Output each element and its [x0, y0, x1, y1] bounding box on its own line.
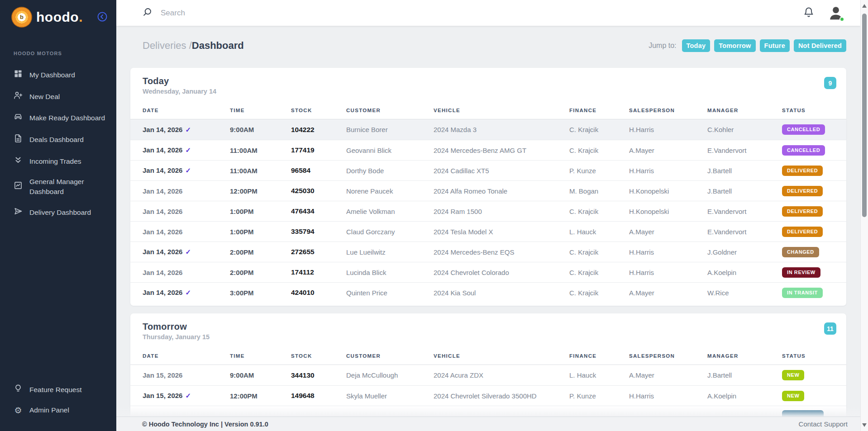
table-row[interactable]: Jan 14, 2026 1:00PM 476434 Amelie Volkma…: [130, 201, 846, 221]
status-badge: CHANGED: [782, 247, 819, 257]
cell-status: DELIVERED: [782, 206, 834, 217]
table-row[interactable]: Jan 14, 2026✓ 11:00AM 177419 Geovanni Bl…: [130, 140, 846, 160]
table-row[interactable]: Jan 14, 2026 12:00PM 425030 Norene Pauce…: [130, 180, 846, 201]
sidebar-nav: My Dashboard New Deal Make Ready Dashboa…: [0, 64, 116, 223]
cell-stock: 335794: [291, 227, 346, 236]
jump-not-delivered-button[interactable]: Not Delivered: [794, 39, 846, 52]
copyright-text: © Hoodo Technology Inc | Version 0.91.0: [142, 421, 268, 428]
column-header: TIME: [230, 108, 291, 113]
jump-to-bar: Jump to: Today Tomorrow Future Not Deliv…: [649, 39, 846, 52]
sidebar-item-my-dashboard[interactable]: My Dashboard: [0, 64, 116, 86]
sidebar-item-make-ready-dashboard[interactable]: Make Ready Dashboard: [0, 107, 116, 129]
column-header: VEHICLE: [434, 108, 569, 113]
column-header: FINANCE: [569, 353, 629, 359]
column-header: STOCK: [291, 353, 346, 359]
cell-date: Jan 14, 2026✓: [143, 289, 230, 297]
sidebar-item-incoming-trades[interactable]: Incoming Trades: [0, 151, 116, 172]
cell-date: Jan 15, 2026: [143, 371, 230, 379]
logo-text: hoodo: [36, 9, 79, 25]
user-plus-icon: [14, 91, 23, 103]
scroll-up-arrow-icon[interactable]: [862, 4, 867, 8]
status-badge: IN REVIEW: [782, 267, 820, 278]
sidebar-item-general-manager-dashboard[interactable]: General Manager Dashboard: [0, 172, 116, 201]
scrollbar[interactable]: [860, 0, 868, 431]
cell-date: Jan 14, 2026: [143, 187, 230, 195]
table-row[interactable]: Jan 14, 2026✓ 2:00PM 272655 Lue Lueilwit…: [130, 242, 846, 262]
cell-date: Jan 14, 2026✓: [143, 248, 230, 256]
chevron-left-circle-icon: [97, 12, 107, 23]
sidebar-item-label: My Dashboard: [29, 70, 75, 80]
sidebar-item-deals-dashboard[interactable]: Deals Dashboard: [0, 129, 116, 151]
cell-status: DELIVERED: [782, 227, 834, 237]
jump-future-button[interactable]: Future: [760, 39, 790, 52]
page-title: Dashboard: [192, 40, 244, 51]
org-label: HOODO MOTORS: [0, 51, 116, 56]
cell-stock: 424010: [291, 289, 346, 297]
jump-today-button[interactable]: Today: [682, 39, 711, 52]
user-menu-button[interactable]: [827, 5, 845, 21]
column-header: FINANCE: [569, 108, 629, 113]
main-area: Deliveries /Dashboard Jump to: Today Tom…: [116, 0, 860, 431]
sidebar-item-delivery-dashboard[interactable]: Delivery Dashboard: [0, 202, 116, 223]
column-header: STATUS: [782, 108, 834, 113]
scroll-down-arrow-icon[interactable]: [862, 423, 867, 427]
status-badge: NEW: [782, 391, 804, 401]
table-row[interactable]: Jan 14, 2026✓ 9:00AM 104222 Burnice Bore…: [130, 119, 846, 140]
cell-status: CANCELLED: [782, 145, 834, 156]
column-header: DATE: [143, 108, 230, 113]
search-input[interactable]: [160, 8, 323, 18]
cell-manager: A.Koelpin: [707, 392, 782, 400]
cell-vehicle: 2024 Chevrolet Colorado: [434, 269, 569, 276]
cell-date: Jan 14, 2026✓: [143, 166, 230, 175]
sidebar-collapse-button[interactable]: [97, 12, 107, 23]
cell-finance: C. Krajcik: [569, 248, 629, 256]
table-row[interactable]: Jan 14, 2026✓ 3:00PM 424010 Quinten Pric…: [130, 282, 846, 303]
cell-customer: Geovanni Blick: [346, 147, 434, 154]
cell-finance: L. Hauck: [569, 228, 629, 236]
cell-manager: J.Goldner: [707, 248, 782, 256]
logo[interactable]: b hoodo.: [11, 7, 82, 28]
sidebar-header: b hoodo.: [0, 0, 116, 30]
scrollbar-thumb[interactable]: [862, 14, 867, 217]
breadcrumb: Deliveries /Dashboard: [143, 40, 244, 52]
cell-status: NEW: [782, 391, 834, 401]
cell-time: 1:00PM: [230, 208, 291, 215]
cell-finance: C. Krajcik: [569, 126, 629, 133]
sidebar-item-admin-panel[interactable]: ⚙ Admin Panel: [0, 400, 116, 420]
sidebar-item-feature-request[interactable]: Feature Request: [0, 379, 116, 401]
contact-support-link[interactable]: Contact Support: [799, 420, 848, 428]
table-row[interactable]: Jan 15, 2026 9:00AM 344130 Deja McCullou…: [130, 365, 846, 385]
cell-finance: M. Bogan: [569, 187, 629, 195]
status-badge: IN TRANSIT: [782, 288, 823, 298]
section-subtitle: Wednesday, January 14: [143, 88, 846, 95]
cell-salesperson: A.Mayer: [629, 371, 707, 379]
cell-customer: Norene Paucek: [346, 187, 434, 195]
cell-salesperson: H.Konopelski: [629, 187, 707, 195]
table-row[interactable]: Jan 14, 2026 1:00PM 335794 Claud Gorczan…: [130, 221, 846, 242]
today-section: Today Wednesday, January 14 9 DATETIMEST…: [130, 68, 846, 306]
cell-salesperson: H.Harris: [629, 269, 707, 276]
breadcrumb-parent[interactable]: Deliveries /: [143, 40, 192, 51]
cell-salesperson: H.Harris: [629, 392, 707, 400]
sidebar-item-label: New Deal: [29, 92, 60, 102]
jump-tomorrow-button[interactable]: Tomorrow: [714, 39, 755, 52]
cell-time: 11:00AM: [230, 147, 291, 154]
sidebar-item-new-deal[interactable]: New Deal: [0, 86, 116, 108]
car-icon: [14, 112, 23, 124]
page-header: Deliveries /Dashboard Jump to: Today Tom…: [130, 36, 846, 55]
table-row[interactable]: Jan 14, 2026✓ 11:00AM 96584 Dorthy Bode …: [130, 160, 846, 180]
status-badge: DELIVERED: [782, 166, 823, 176]
cell-manager: E.Vandervort: [707, 147, 782, 154]
column-header: DATE: [143, 353, 230, 359]
table-header-row: DATETIMESTOCKCUSTOMERVEHICLEFINANCESALES…: [130, 101, 846, 119]
cell-time: 9:00AM: [230, 126, 291, 133]
table-row[interactable]: Jan 15, 2026✓ 12:00PM 149648 Skyla Muell…: [130, 385, 846, 406]
cell-manager: J.Bartell: [707, 371, 782, 379]
tomorrow-section: Tomorrow Thursday, January 15 11 DATETIM…: [130, 313, 846, 429]
cell-salesperson: A.Mayer: [629, 289, 707, 297]
cell-finance: C. Krajcik: [569, 269, 629, 276]
table-header-row: DATETIMESTOCKCUSTOMERVEHICLEFINANCESALES…: [130, 347, 846, 365]
notifications-button[interactable]: [803, 7, 814, 19]
cell-salesperson: H.Harris: [629, 167, 707, 175]
table-row[interactable]: Jan 14, 2026 2:00PM 174112 Lucinda Blick…: [130, 262, 846, 282]
